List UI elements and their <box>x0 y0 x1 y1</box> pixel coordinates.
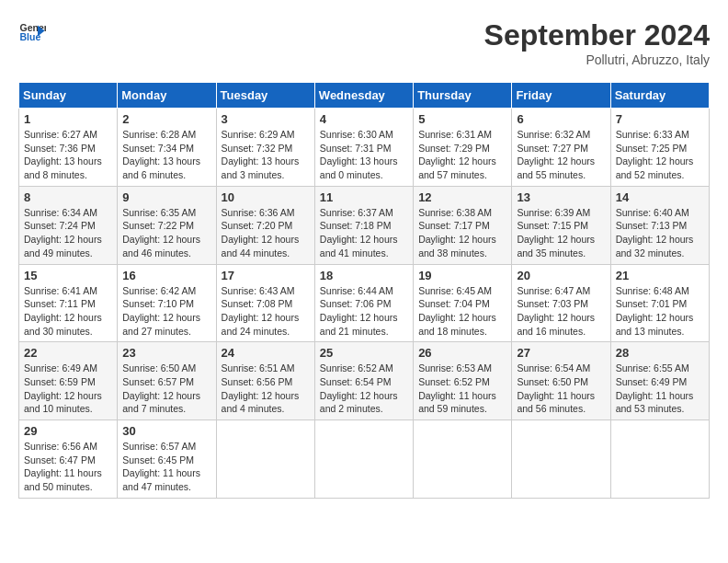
calendar-cell: 30 Sunrise: 6:57 AM Sunset: 6:45 PM Dayl… <box>118 420 216 499</box>
calendar-cell: 12 Sunrise: 6:38 AM Sunset: 7:17 PM Dayl… <box>414 186 512 264</box>
day-number: 22 <box>24 346 112 360</box>
weekday-header-sunday: Sunday <box>19 83 118 109</box>
page-header: General Blue September 2024 Pollutri, Ab… <box>18 18 710 67</box>
calendar-cell: 27 Sunrise: 6:54 AM Sunset: 6:50 PM Dayl… <box>512 342 610 420</box>
calendar-cell: 11 Sunrise: 6:37 AM Sunset: 7:18 PM Dayl… <box>314 186 413 264</box>
calendar-cell: 2 Sunrise: 6:28 AM Sunset: 7:34 PM Dayli… <box>118 109 216 187</box>
calendar-cell: 15 Sunrise: 6:41 AM Sunset: 7:11 PM Dayl… <box>19 264 118 342</box>
calendar-cell: 10 Sunrise: 6:36 AM Sunset: 7:20 PM Dayl… <box>216 186 314 264</box>
calendar-cell: 5 Sunrise: 6:31 AM Sunset: 7:29 PM Dayli… <box>414 109 512 187</box>
calendar-cell <box>512 420 610 499</box>
calendar-cell: 13 Sunrise: 6:39 AM Sunset: 7:15 PM Dayl… <box>512 186 610 264</box>
day-info: Sunrise: 6:29 AM Sunset: 7:32 PM Dayligh… <box>222 128 310 182</box>
logo: General Blue <box>18 18 46 46</box>
day-info: Sunrise: 6:39 AM Sunset: 7:15 PM Dayligh… <box>517 206 605 260</box>
calendar-week-row: 15 Sunrise: 6:41 AM Sunset: 7:11 PM Dayl… <box>19 264 710 342</box>
calendar-cell: 29 Sunrise: 6:56 AM Sunset: 6:47 PM Dayl… <box>19 420 118 499</box>
day-info: Sunrise: 6:43 AM Sunset: 7:08 PM Dayligh… <box>222 284 310 339</box>
svg-text:Blue: Blue <box>20 31 41 42</box>
day-info: Sunrise: 6:50 AM Sunset: 6:57 PM Dayligh… <box>122 362 210 416</box>
day-info: Sunrise: 6:37 AM Sunset: 7:18 PM Dayligh… <box>320 206 408 260</box>
weekday-header-monday: Monday <box>118 83 216 109</box>
day-number: 15 <box>24 269 112 282</box>
weekday-header-thursday: Thursday <box>414 83 512 109</box>
calendar-cell: 6 Sunrise: 6:32 AM Sunset: 7:27 PM Dayli… <box>512 109 610 187</box>
calendar-cell: 24 Sunrise: 6:51 AM Sunset: 6:56 PM Dayl… <box>216 342 314 420</box>
day-number: 14 <box>616 190 704 204</box>
day-info: Sunrise: 6:53 AM Sunset: 6:52 PM Dayligh… <box>418 362 506 416</box>
day-info: Sunrise: 6:36 AM Sunset: 7:20 PM Dayligh… <box>222 206 310 260</box>
day-info: Sunrise: 6:47 AM Sunset: 7:03 PM Dayligh… <box>517 284 605 339</box>
location-subtitle: Pollutri, Abruzzo, Italy <box>484 52 710 67</box>
weekday-header-wednesday: Wednesday <box>314 83 413 109</box>
day-number: 12 <box>418 190 506 204</box>
calendar-cell: 3 Sunrise: 6:29 AM Sunset: 7:32 PM Dayli… <box>216 109 314 187</box>
day-number: 23 <box>122 346 210 360</box>
day-info: Sunrise: 6:42 AM Sunset: 7:10 PM Dayligh… <box>122 284 210 339</box>
calendar-cell: 25 Sunrise: 6:52 AM Sunset: 6:54 PM Dayl… <box>314 342 413 420</box>
weekday-header-friday: Friday <box>512 83 610 109</box>
day-info: Sunrise: 6:28 AM Sunset: 7:34 PM Dayligh… <box>122 128 210 182</box>
day-number: 3 <box>222 112 310 126</box>
day-info: Sunrise: 6:30 AM Sunset: 7:31 PM Dayligh… <box>320 128 408 182</box>
calendar-week-row: 22 Sunrise: 6:49 AM Sunset: 6:59 PM Dayl… <box>19 342 710 420</box>
calendar-cell: 8 Sunrise: 6:34 AM Sunset: 7:24 PM Dayli… <box>19 186 118 264</box>
day-number: 21 <box>616 269 704 282</box>
calendar-cell: 9 Sunrise: 6:35 AM Sunset: 7:22 PM Dayli… <box>118 186 216 264</box>
day-number: 11 <box>320 190 408 204</box>
day-info: Sunrise: 6:56 AM Sunset: 6:47 PM Dayligh… <box>24 440 112 494</box>
weekday-header-tuesday: Tuesday <box>216 83 314 109</box>
day-number: 19 <box>418 269 506 282</box>
day-info: Sunrise: 6:40 AM Sunset: 7:13 PM Dayligh… <box>616 206 704 260</box>
calendar-cell: 21 Sunrise: 6:48 AM Sunset: 7:01 PM Dayl… <box>610 264 709 342</box>
calendar-cell: 20 Sunrise: 6:47 AM Sunset: 7:03 PM Dayl… <box>512 264 610 342</box>
day-number: 26 <box>418 346 506 360</box>
day-info: Sunrise: 6:51 AM Sunset: 6:56 PM Dayligh… <box>222 362 310 416</box>
logo-icon: General Blue <box>18 18 46 46</box>
day-info: Sunrise: 6:32 AM Sunset: 7:27 PM Dayligh… <box>517 128 605 182</box>
calendar-cell: 22 Sunrise: 6:49 AM Sunset: 6:59 PM Dayl… <box>19 342 118 420</box>
calendar-cell <box>414 420 512 499</box>
day-number: 16 <box>122 269 210 282</box>
day-info: Sunrise: 6:31 AM Sunset: 7:29 PM Dayligh… <box>418 128 506 182</box>
day-number: 29 <box>24 424 112 438</box>
calendar-cell <box>314 420 413 499</box>
day-number: 5 <box>418 112 506 126</box>
day-info: Sunrise: 6:27 AM Sunset: 7:36 PM Dayligh… <box>24 128 112 182</box>
day-info: Sunrise: 6:54 AM Sunset: 6:50 PM Dayligh… <box>517 362 605 416</box>
calendar-cell <box>610 420 709 499</box>
calendar-week-row: 1 Sunrise: 6:27 AM Sunset: 7:36 PM Dayli… <box>19 109 710 187</box>
calendar-cell: 23 Sunrise: 6:50 AM Sunset: 6:57 PM Dayl… <box>118 342 216 420</box>
day-info: Sunrise: 6:35 AM Sunset: 7:22 PM Dayligh… <box>122 206 210 260</box>
month-title: September 2024 <box>484 18 710 52</box>
calendar-cell: 7 Sunrise: 6:33 AM Sunset: 7:25 PM Dayli… <box>610 109 709 187</box>
day-number: 9 <box>122 190 210 204</box>
day-number: 25 <box>320 346 408 360</box>
day-number: 24 <box>222 346 310 360</box>
day-number: 7 <box>616 112 704 126</box>
calendar-cell: 4 Sunrise: 6:30 AM Sunset: 7:31 PM Dayli… <box>314 109 413 187</box>
day-info: Sunrise: 6:34 AM Sunset: 7:24 PM Dayligh… <box>24 206 112 260</box>
calendar-week-row: 8 Sunrise: 6:34 AM Sunset: 7:24 PM Dayli… <box>19 186 710 264</box>
day-info: Sunrise: 6:38 AM Sunset: 7:17 PM Dayligh… <box>418 206 506 260</box>
calendar-cell: 17 Sunrise: 6:43 AM Sunset: 7:08 PM Dayl… <box>216 264 314 342</box>
day-number: 13 <box>517 190 605 204</box>
day-number: 28 <box>616 346 704 360</box>
day-number: 6 <box>517 112 605 126</box>
day-number: 17 <box>222 269 310 282</box>
day-info: Sunrise: 6:41 AM Sunset: 7:11 PM Dayligh… <box>24 284 112 339</box>
day-info: Sunrise: 6:55 AM Sunset: 6:49 PM Dayligh… <box>616 362 704 416</box>
calendar-cell: 26 Sunrise: 6:53 AM Sunset: 6:52 PM Dayl… <box>414 342 512 420</box>
day-info: Sunrise: 6:48 AM Sunset: 7:01 PM Dayligh… <box>616 284 704 339</box>
calendar-cell <box>216 420 314 499</box>
day-number: 8 <box>24 190 112 204</box>
day-number: 1 <box>24 112 112 126</box>
day-number: 4 <box>320 112 408 126</box>
calendar-cell: 16 Sunrise: 6:42 AM Sunset: 7:10 PM Dayl… <box>118 264 216 342</box>
day-number: 20 <box>517 269 605 282</box>
calendar-cell: 19 Sunrise: 6:45 AM Sunset: 7:04 PM Dayl… <box>414 264 512 342</box>
calendar-week-row: 29 Sunrise: 6:56 AM Sunset: 6:47 PM Dayl… <box>19 420 710 499</box>
title-block: September 2024 Pollutri, Abruzzo, Italy <box>484 18 710 67</box>
calendar-cell: 28 Sunrise: 6:55 AM Sunset: 6:49 PM Dayl… <box>610 342 709 420</box>
day-number: 2 <box>122 112 210 126</box>
